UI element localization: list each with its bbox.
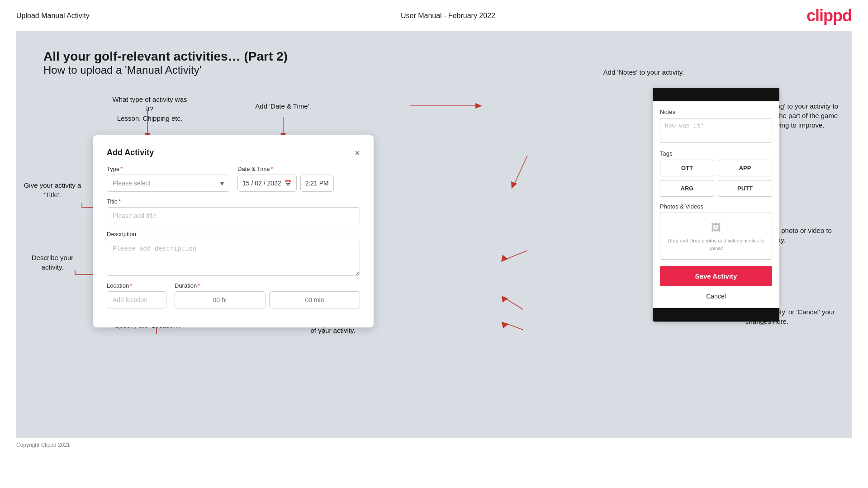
date-time-group: 15 / 02 / 2022 📅 2:21 PM	[237, 175, 360, 192]
datetime-label: Date & Time*	[237, 166, 360, 172]
form-group-title: Title*	[107, 198, 360, 224]
upload-icon: 🖼	[664, 220, 768, 235]
svg-marker-26	[502, 322, 508, 328]
calendar-icon: 📅	[284, 180, 292, 187]
phone-top-bar	[653, 88, 779, 101]
duration-group	[175, 291, 360, 308]
tag-arg[interactable]: ARG	[660, 180, 714, 197]
modal-dialog: Add Activity × Type* Please select Date …	[93, 135, 374, 327]
title-label: Title*	[107, 198, 360, 205]
time-input[interactable]: 2:21 PM	[300, 175, 334, 192]
photos-videos-section: Photos & Videos 🖼 Drag and Drop photos a…	[660, 203, 772, 260]
notes-section-label: Notes	[660, 109, 772, 115]
footer: Copyright Clippd 2021	[0, 438, 868, 452]
form-group-datetime: Date & Time* 15 / 02 / 2022 📅 2:21 PM	[237, 166, 360, 192]
photos-videos-label: Photos & Videos	[660, 203, 772, 210]
location-label: Location*	[107, 282, 166, 289]
form-group-description: Description	[107, 231, 360, 276]
upload-area[interactable]: 🖼 Drag and Drop photos and videos or cli…	[660, 213, 772, 260]
tag-ott[interactable]: OTT	[660, 160, 714, 176]
form-row-description: Description	[107, 231, 360, 276]
top-bar: Upload Manual Activity User Manual - Feb…	[0, 0, 868, 25]
type-select[interactable]: Please select	[107, 175, 229, 192]
tag-app[interactable]: APP	[718, 160, 772, 176]
annotation-notes: Add 'Notes' to your activity.	[603, 67, 684, 77]
heading-title: All your golf-relevant activities… (Part…	[43, 49, 825, 64]
duration-label: Duration*	[175, 282, 360, 289]
svg-line-23	[505, 298, 523, 309]
svg-marker-20	[511, 181, 517, 189]
annotation-activity-type: What type of activity was it? Lesson, Ch…	[109, 95, 190, 123]
notes-textarea[interactable]	[660, 118, 772, 143]
cancel-button[interactable]: Cancel	[660, 290, 772, 303]
form-group-duration: Duration*	[175, 282, 360, 308]
svg-line-21	[505, 251, 527, 260]
doc-title: User Manual - February 2022	[401, 12, 495, 20]
logo: clippd	[806, 6, 852, 25]
copyright: Copyright Clippd 2021	[16, 442, 70, 448]
annotation-title: Give your activity a 'Title'.	[21, 180, 84, 199]
svg-marker-24	[502, 296, 508, 303]
tags-grid: OTT APP ARG PUTT	[660, 160, 772, 197]
form-group-location: Location*	[107, 282, 166, 308]
form-row-title: Title*	[107, 198, 360, 224]
upload-text: Drag and Drop photos and videos or click…	[668, 238, 764, 251]
phone-bottom-bar	[653, 308, 779, 322]
modal-header: Add Activity ×	[107, 148, 360, 157]
close-button[interactable]: ×	[355, 148, 360, 157]
phone-panel-content: Notes Tags OTT APP ARG PUTT Photos & Vid…	[653, 101, 779, 308]
type-label: Type*	[107, 166, 229, 172]
form-row-type-datetime: Type* Please select Date & Time* 15 / 02…	[107, 166, 360, 192]
description-textarea[interactable]	[107, 240, 360, 276]
save-activity-button[interactable]: Save Activity	[660, 266, 772, 286]
tags-section-label: Tags	[660, 150, 772, 157]
heading-area: All your golf-relevant activities… (Part…	[43, 49, 825, 76]
annotation-date-time: Add 'Date & Time'.	[247, 101, 319, 111]
tag-putt[interactable]: PUTT	[718, 180, 772, 197]
duration-hr-input[interactable]	[175, 291, 266, 308]
modal-title: Add Activity	[107, 148, 154, 157]
type-select-wrapper[interactable]: Please select	[107, 175, 229, 192]
duration-min-input[interactable]	[269, 291, 360, 308]
heading-subtitle: How to upload a 'Manual Activity'	[43, 64, 825, 76]
svg-marker-22	[501, 255, 508, 262]
form-group-type: Type* Please select	[107, 166, 229, 192]
svg-marker-18	[475, 103, 482, 109]
date-input[interactable]: 15 / 02 / 2022 📅	[237, 175, 297, 192]
annotation-description: Describe your activity.	[21, 253, 84, 272]
title-input[interactable]	[107, 207, 360, 224]
main-content: All your golf-relevant activities… (Part…	[16, 31, 852, 438]
form-row-location-duration: Location* Duration*	[107, 282, 360, 308]
svg-line-19	[514, 156, 527, 185]
page-title: Upload Manual Activity	[16, 12, 90, 20]
svg-line-25	[505, 323, 523, 330]
location-input[interactable]	[107, 291, 166, 308]
phone-panel: Notes Tags OTT APP ARG PUTT Photos & Vid…	[653, 88, 779, 322]
description-label: Description	[107, 231, 360, 237]
